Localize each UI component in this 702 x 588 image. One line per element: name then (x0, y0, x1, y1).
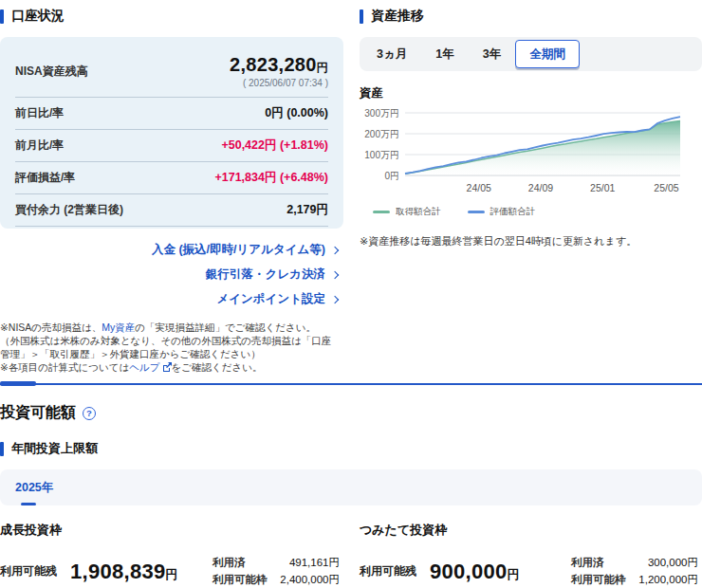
account-summary-card: NISA資産残高 2,823,280円 ( 2025/06/07 07:34 )… (0, 37, 343, 229)
balance-value: 2,823,280円 (230, 54, 328, 75)
deposit-link[interactable]: 入金 (振込/即時/リアルタイム等) (152, 242, 338, 258)
table-row-unrealized-pl: 評価損益/率 +171,834円 (+6.48%) (15, 162, 328, 194)
main-point-settings-link[interactable]: メインポイント設定 (216, 291, 338, 307)
svg-text:100万円: 100万円 (364, 150, 399, 160)
annual-limit-title: 年間投資上限額 (11, 440, 98, 457)
blue-line-swatch (468, 211, 485, 213)
balance-label: NISA資産残高 (15, 64, 88, 80)
investable-amount-header: 投資可能額 ? (0, 403, 702, 423)
bank-debit-link[interactable]: 銀行引落・クレカ決済 (206, 266, 338, 283)
investable-amount-section: 投資可能額 ? 年間投資上限額 2025年 成長投資枠 利用可能残 1,908,… (0, 403, 702, 588)
asset-trend-header: 資産推移 (360, 8, 702, 25)
chart-axis-title: 資産 (360, 85, 702, 101)
growth-quota-title: 成長投資枠 (0, 522, 343, 539)
investable-amount-title: 投資可能額 (0, 403, 76, 423)
tsumitate-quota-title: つみたて投資枠 (360, 522, 702, 539)
year-tab-row: 2025年 (0, 469, 702, 505)
svg-text:25/01: 25/01 (590, 182, 615, 193)
tab-year-2025[interactable]: 2025年 (15, 480, 53, 496)
tab-all-period[interactable]: 全期間 (515, 40, 580, 68)
tab-1year[interactable]: 1年 (421, 46, 468, 63)
header-accent-bar (360, 9, 363, 24)
svg-text:24/09: 24/09 (528, 182, 553, 193)
svg-text:25/05: 25/05 (654, 182, 678, 193)
asset-area-chart: 300万円200万円100万円0円24/0524/0925/0125/05 (360, 101, 686, 198)
chart-legend: 取得額合計 評価額合計 (373, 206, 702, 218)
header-accent-bar (0, 442, 4, 456)
external-link-icon (162, 362, 172, 372)
remaining-value: 1,908,839円 (70, 560, 178, 584)
tab-3years[interactable]: 3年 (469, 46, 515, 63)
period-tabbar: 3ヵ月 1年 3年 全期間 (360, 37, 702, 71)
help-question-icon[interactable]: ? (83, 407, 96, 420)
my-assets-link[interactable]: My資産 (102, 322, 135, 333)
remaining-label: 利用可能残 (360, 563, 416, 579)
chevron-right-icon (331, 247, 339, 254)
divider-accent-bar (0, 381, 36, 386)
svg-text:24/05: 24/05 (467, 182, 491, 193)
green-line-swatch (373, 211, 390, 213)
remaining-label: 利用可能残 (0, 563, 57, 579)
account-status-header: 口座状況 (0, 8, 343, 25)
table-row-buying-power: 買付余力 (2営業日後) 2,179円 (15, 194, 328, 227)
asset-trend-title: 資産推移 (371, 8, 424, 25)
svg-text:300万円: 300万円 (364, 108, 399, 119)
account-links: 入金 (振込/即時/リアルタイム等) 銀行引落・クレカ決済 メインポイント設定 (0, 240, 343, 307)
asset-trend-section: 資産推移 3ヵ月 1年 3年 全期間 資産 300万円200万円100万円0円2… (343, 8, 702, 374)
balance-timestamp: ( 2025/06/07 07:34 ) (230, 78, 328, 88)
legend-valuation-total: 評価額合計 (468, 206, 536, 218)
tab-3months[interactable]: 3ヵ月 (362, 46, 421, 63)
nisa-dashboard-page: 口座状況 NISA資産残高 2,823,280円 ( 2025/06/07 07… (0, 0, 702, 588)
usage-mini-table: 利用済300,000円 利用可能枠1,200,000円 (571, 553, 698, 588)
tsumitate-quota-panel: つみたて投資枠 利用可能残 900,000円 利用済300,000円 利用可能枠… (343, 522, 702, 588)
account-status-section: 口座状況 NISA資産残高 2,823,280円 ( 2025/06/07 07… (0, 8, 343, 374)
balance-row: NISA資産残高 2,823,280円 ( 2025/06/07 07:34 ) (15, 46, 328, 98)
table-row-day-change: 前日比/率 0円 (0.00%) (15, 98, 328, 130)
asset-chart-container: 300万円200万円100万円0円24/0524/0925/0125/05 (360, 101, 702, 202)
table-row-month-change: 前月比/率 +50,422円 (+1.81%) (15, 130, 328, 162)
usage-mini-table: 利用済491,161円 利用可能枠2,400,000円 (212, 553, 340, 588)
active-year-underline (21, 503, 36, 505)
legend-acquisition-total: 取得額合計 (373, 206, 441, 218)
annual-limit-header: 年間投資上限額 (0, 440, 702, 457)
svg-text:200万円: 200万円 (364, 129, 399, 139)
svg-text:0円: 0円 (384, 171, 399, 181)
account-footnote: ※NISAの売却損益は、My資産の「実現損益詳細」でご確認ください。 （外国株式… (0, 322, 343, 374)
chevron-right-icon (331, 296, 339, 303)
section-divider (0, 383, 702, 385)
account-status-title: 口座状況 (11, 8, 65, 25)
remaining-value: 900,000円 (430, 560, 520, 584)
header-accent-bar (0, 9, 4, 24)
help-link[interactable]: ヘルプ (129, 361, 171, 373)
chart-update-note: ※資産推移は毎週最終営業日の翌日4時頃に更新されます。 (360, 234, 702, 248)
chevron-right-icon (331, 271, 339, 279)
growth-quota-panel: 成長投資枠 利用可能残 1,908,839円 利用済491,161円 利用可能枠… (0, 522, 343, 588)
